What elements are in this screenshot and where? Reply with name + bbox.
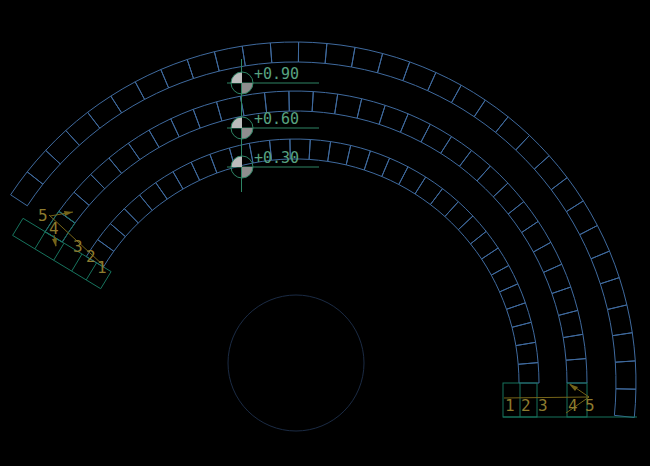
level-label-090: +0.90 <box>254 67 299 82</box>
right-row-label-3: 3 <box>538 398 548 414</box>
level-label-060: +0.60 <box>254 112 299 127</box>
level-label-030: +0.30 <box>254 151 299 166</box>
left-row-label-1: 1 <box>97 260 107 276</box>
right-row-label-5: 5 <box>585 398 595 414</box>
right-row-label-4: 4 <box>568 398 578 414</box>
outer-ring <box>11 42 636 418</box>
leader-arrowhead <box>569 384 578 391</box>
left-row-label-4: 4 <box>49 221 59 237</box>
left-end-boxes <box>13 211 112 289</box>
right-row-label-1: 1 <box>505 398 515 414</box>
cad-viewport[interactable]: +0.90 +0.60 +0.30 5 4 3 2 1 1 2 3 4 5 <box>0 0 650 466</box>
right-row-label-2: 2 <box>521 398 531 414</box>
middle-ring <box>45 91 587 383</box>
left-row-label-2: 2 <box>86 249 96 265</box>
left-row-label-5: 5 <box>38 208 48 224</box>
cad-drawing <box>0 0 650 466</box>
center-circle <box>228 295 364 431</box>
left-row-label-3: 3 <box>73 239 83 255</box>
